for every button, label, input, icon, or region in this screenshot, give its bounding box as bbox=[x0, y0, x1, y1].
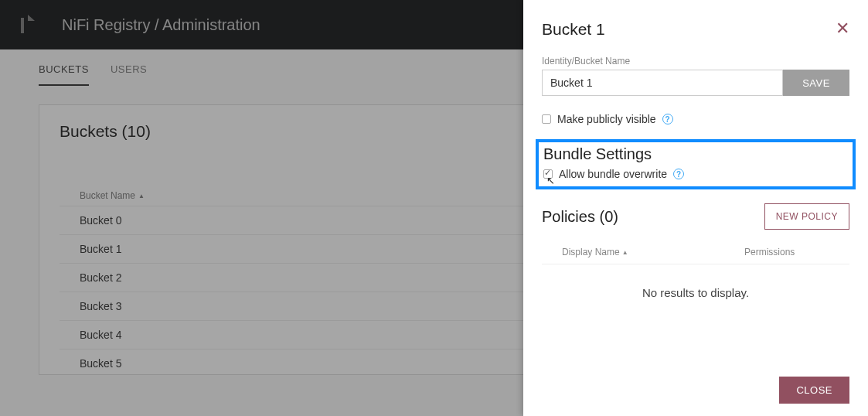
close-icon[interactable]: ✕ bbox=[836, 20, 849, 37]
bucket-drawer: Bucket 1 ✕ Identity/Bucket Name SAVE Mak… bbox=[523, 0, 868, 416]
bundle-settings-heading: Bundle Settings bbox=[543, 145, 848, 163]
policies-row: Policies (0) NEW POLICY bbox=[542, 203, 849, 230]
cursor-icon: ↖ bbox=[546, 175, 555, 186]
public-visible-label: Make publicly visible bbox=[557, 113, 656, 125]
identity-row: SAVE bbox=[542, 70, 849, 96]
save-button[interactable]: SAVE bbox=[783, 70, 849, 96]
identity-label: Identity/Bucket Name bbox=[542, 56, 849, 66]
help-icon[interactable]: ? bbox=[662, 114, 673, 124]
sort-asc-icon: ▲ bbox=[622, 249, 628, 256]
no-results-text: No results to display. bbox=[542, 286, 849, 299]
drawer-title: Bucket 1 bbox=[542, 20, 605, 39]
allow-overwrite-label: Allow bundle overwrite bbox=[559, 168, 667, 180]
drawer-header: Bucket 1 ✕ bbox=[542, 20, 849, 39]
policies-heading: Policies (0) bbox=[542, 208, 618, 226]
new-policy-button[interactable]: NEW POLICY bbox=[764, 203, 849, 230]
identity-input[interactable] bbox=[542, 70, 783, 96]
policy-table-header: Display Name ▲ Permissions bbox=[542, 240, 849, 264]
col-permissions[interactable]: Permissions bbox=[744, 247, 829, 257]
public-visible-checkbox[interactable] bbox=[542, 114, 551, 124]
help-icon[interactable]: ? bbox=[673, 169, 684, 179]
col-display-name[interactable]: Display Name ▲ bbox=[562, 247, 741, 257]
allow-overwrite-row[interactable]: Allow bundle overwrite ? bbox=[543, 168, 848, 180]
bundle-settings-highlight: Bundle Settings Allow bundle overwrite ?… bbox=[536, 139, 856, 189]
public-visible-row[interactable]: Make publicly visible ? bbox=[542, 113, 849, 125]
close-button[interactable]: CLOSE bbox=[779, 377, 849, 404]
drawer-footer: CLOSE bbox=[542, 377, 849, 416]
